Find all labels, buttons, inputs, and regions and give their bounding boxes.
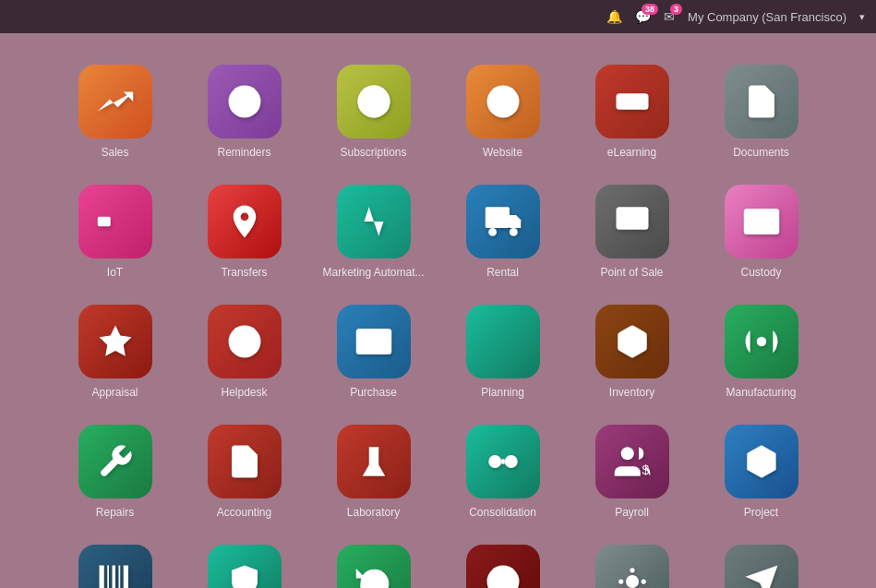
svg-point-20 [241, 339, 247, 345]
svg-rect-38 [99, 566, 103, 589]
custody-label: Custody [740, 266, 781, 279]
accounting-icon [208, 425, 282, 498]
consolidation-icon [466, 425, 540, 498]
consolidation-label: Consolidation [469, 506, 536, 519]
payroll-label: Payroll [615, 506, 649, 519]
manufacturing-label: Manufacturing [726, 386, 796, 399]
app-item-rental[interactable]: Rental [438, 172, 568, 292]
chat-icon[interactable]: 💬38 [635, 9, 651, 24]
svg-rect-41 [118, 566, 120, 589]
svg-point-44 [626, 575, 639, 588]
app-item-timesheets[interactable]: Timesheets [438, 532, 568, 588]
inventory-label: Inventory [609, 386, 654, 399]
app-item-planning[interactable]: Planning [438, 292, 568, 412]
svg-marker-17 [99, 326, 131, 356]
svg-point-30 [756, 337, 766, 347]
svg-point-48 [641, 579, 645, 583]
app-item-manufacturing[interactable]: Manufacturing [697, 292, 826, 412]
app-item-quality[interactable]: Quality [180, 532, 309, 588]
svg-point-34 [488, 455, 501, 468]
svg-point-5 [627, 97, 637, 107]
app-item-helpdesk[interactable]: Helpdesk [180, 292, 309, 412]
app-item-marketing[interactable]: Marketing Automat... [309, 172, 438, 292]
svg-rect-12 [616, 207, 648, 230]
purchase-icon [337, 305, 411, 378]
app-item-documents[interactable]: Documents [697, 52, 826, 172]
app-item-pos[interactable]: Point of Sale [568, 172, 697, 292]
app-grid: SalesRemindersSubscriptionsWebsiteeLearn… [0, 33, 876, 588]
project-label: Project [744, 506, 778, 519]
bell-icon[interactable]: 🔔 [606, 9, 622, 24]
svg-rect-39 [107, 566, 109, 589]
marketing-icon [337, 185, 411, 258]
barcode-icon [78, 545, 152, 588]
app-item-accounting[interactable]: Accounting [180, 412, 309, 532]
svg-rect-9 [485, 207, 509, 228]
app-item-purchase[interactable]: Purchase [309, 292, 438, 412]
app-item-elearning[interactable]: eLearning [568, 52, 697, 172]
documents-label: Documents [733, 146, 789, 159]
helpdesk-icon [208, 305, 282, 378]
svg-rect-15 [743, 209, 779, 234]
custody-icon [725, 185, 798, 258]
project-icon [725, 425, 798, 498]
app-item-subscriptions[interactable]: Subscriptions [309, 52, 438, 172]
planning-icon [466, 305, 540, 378]
svg-point-10 [488, 228, 497, 236]
app-item-payroll[interactable]: $Payroll [568, 412, 697, 532]
timesheets-icon [466, 545, 540, 588]
website-label: Website [483, 146, 522, 159]
planning-label: Planning [481, 386, 524, 399]
emailmarketing-icon [725, 545, 798, 588]
app-item-iot[interactable]: IoT [51, 172, 180, 292]
purchase-label: Purchase [350, 386, 397, 399]
manufacturing-icon [725, 305, 798, 378]
msg-icon[interactable]: ✉3 [664, 9, 675, 24]
appraisal-label: Appraisal [91, 386, 138, 399]
iot-icon [78, 185, 152, 258]
app-item-laboratory[interactable]: Laboratory [309, 412, 438, 532]
company-dropdown-icon[interactable]: ▾ [859, 11, 865, 23]
laboratory-label: Laboratory [347, 506, 400, 519]
plm-icon [337, 545, 411, 588]
quality-icon [208, 545, 282, 588]
app-item-emailmarketing[interactable]: Email Marketing [697, 532, 826, 588]
chat-badge: 38 [642, 4, 658, 15]
elearning-icon [595, 65, 669, 138]
marketing-label: Marketing Automat... [322, 266, 424, 279]
svg-marker-50 [745, 566, 777, 589]
app-item-fieldservice[interactable]: Field Service [568, 532, 697, 588]
app-item-plm[interactable]: PLM [309, 532, 438, 588]
rental-label: Rental [486, 266, 519, 279]
sales-icon [78, 65, 152, 138]
app-item-consolidation[interactable]: Consolidation [438, 412, 568, 532]
svg-point-47 [618, 579, 623, 583]
app-item-appraisal[interactable]: Appraisal [51, 292, 180, 412]
app-item-barcode[interactable]: Barcode [51, 532, 180, 588]
iot-label: IoT [107, 266, 123, 279]
appraisal-icon [78, 305, 152, 378]
svg-rect-40 [112, 566, 115, 589]
laboratory-icon [337, 425, 411, 498]
app-item-project[interactable]: Project [697, 412, 826, 532]
svg-rect-21 [355, 329, 391, 354]
pos-label: Point of Sale [600, 266, 663, 279]
app-item-website[interactable]: Website [438, 52, 568, 172]
payroll-icon: $ [595, 425, 669, 498]
app-item-transfers[interactable]: Transfers [180, 172, 309, 292]
accounting-label: Accounting [217, 506, 271, 519]
inventory-icon [595, 305, 669, 378]
repairs-icon [78, 425, 152, 498]
app-item-repairs[interactable]: Repairs [51, 412, 180, 532]
company-selector[interactable]: My Company (San Francisco) [688, 10, 846, 24]
fieldservice-icon [595, 545, 669, 588]
app-item-custody[interactable]: Custody [697, 172, 826, 292]
documents-icon [725, 65, 798, 138]
svg-point-45 [630, 568, 634, 572]
svg-point-11 [510, 228, 518, 236]
svg-text:$: $ [642, 462, 649, 477]
app-item-inventory[interactable]: Inventory [568, 292, 697, 412]
app-item-reminders[interactable]: Reminders [180, 52, 309, 172]
app-item-sales[interactable]: Sales [51, 52, 180, 172]
repairs-label: Repairs [96, 506, 134, 519]
